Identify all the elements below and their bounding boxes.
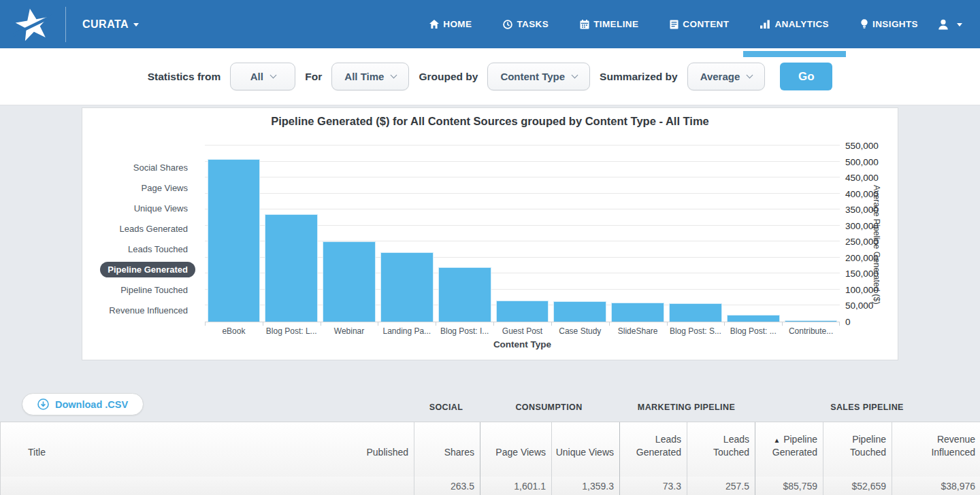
download-csv-button[interactable]: Download .CSV xyxy=(22,393,144,415)
analytics-screen: CURATA HOMETASKSTIMELINECONTENTANALYTICS… xyxy=(0,0,980,495)
time-range-dropdown-value: All Time xyxy=(344,71,384,82)
column-header-leads_touched[interactable]: Leads Touched xyxy=(687,422,755,477)
metric-item-label: Revenue Influenced xyxy=(101,303,195,318)
x-axis-title: Content Type xyxy=(205,339,840,349)
x-axis-labels: eBookBlog Post: L...WebinarLanding Pa...… xyxy=(205,326,840,337)
column-header-pipeline_touched[interactable]: Pipeline Touched xyxy=(823,422,892,477)
x-axis-tick xyxy=(205,322,206,326)
nav-item-label: TIMELINE xyxy=(593,19,638,29)
metric-item-pipeline-touched[interactable]: Pipeline Touched xyxy=(82,279,195,300)
x-axis-label: Case Study xyxy=(551,326,609,336)
bar-webinar[interactable] xyxy=(323,241,376,322)
column-header-published[interactable]: Published xyxy=(300,422,414,477)
source-dropdown-value: All xyxy=(250,71,263,82)
group-by-dropdown-value: Content Type xyxy=(500,71,565,82)
chart-title: Pipeline Generated ($) for All Content S… xyxy=(82,115,898,128)
nav-item-label: TASKS xyxy=(517,19,549,29)
tasks-icon xyxy=(503,20,512,29)
y-axis-tick-label: 500,000 xyxy=(845,157,879,167)
nav-item-label: INSIGHTS xyxy=(872,19,918,29)
column-header-label: Leads Generated xyxy=(620,433,681,459)
metric-item-unique-views[interactable]: Unique Views xyxy=(82,198,195,218)
bar-blog-post-l[interactable] xyxy=(265,214,318,322)
x-axis-label: SlideShare xyxy=(609,326,667,336)
star-logo-icon xyxy=(13,6,52,43)
grouped-by-label: Grouped by xyxy=(419,71,478,83)
chevron-down-icon xyxy=(133,23,139,27)
x-axis-tick xyxy=(378,322,378,326)
nav-item-content[interactable]: CONTENT xyxy=(670,19,729,29)
column-header-label: ▲ Pipeline Generated xyxy=(755,433,817,459)
bar-contribute[interactable] xyxy=(785,320,838,322)
metric-item-page-views[interactable]: Page Views xyxy=(82,177,195,198)
metric-item-label: Unique Views xyxy=(127,201,195,216)
user-menu[interactable] xyxy=(937,19,962,30)
metric-item-revenue-influenced[interactable]: Revenue Influenced xyxy=(82,300,195,320)
gridline xyxy=(205,209,840,209)
column-header-label: Title xyxy=(28,446,300,459)
x-axis-tick xyxy=(493,322,494,326)
column-header-pipeline_generated[interactable]: ▲ Pipeline Generated xyxy=(755,422,823,477)
y-axis-title: Average Pipeline Generated ($) xyxy=(872,173,881,316)
summary-cell-pipeline_generated: $85,759 xyxy=(755,477,823,495)
bar-blog-post-i[interactable] xyxy=(438,267,491,322)
x-axis-tick xyxy=(321,322,321,326)
top-navbar: CURATA HOMETASKSTIMELINECONTENTANALYTICS… xyxy=(0,0,980,48)
metric-item-leads-generated[interactable]: Leads Generated xyxy=(82,218,195,239)
curata-logo[interactable] xyxy=(0,0,65,48)
bar-guest-post[interactable] xyxy=(496,301,549,322)
chart-panel: Pipeline Generated ($) for All Content S… xyxy=(82,107,898,360)
column-header-label: Published xyxy=(300,446,408,459)
summary-cell-page_views: 1,601.1 xyxy=(480,477,551,495)
content-icon xyxy=(670,20,679,29)
x-axis-tick xyxy=(782,322,783,326)
go-button[interactable]: Go xyxy=(780,63,832,90)
column-header-label: Page Views xyxy=(480,446,546,459)
metric-item-pipeline-generated[interactable]: Pipeline Generated xyxy=(82,259,195,279)
source-dropdown[interactable]: All xyxy=(230,63,295,90)
nav-item-home[interactable]: HOME xyxy=(429,19,472,29)
metric-item-label: Page Views xyxy=(134,180,195,196)
download-csv-label: Download .CSV xyxy=(55,399,128,410)
group-by-dropdown[interactable]: Content Type xyxy=(487,63,590,90)
nav-item-timeline[interactable]: TIMELINE xyxy=(580,19,638,29)
metric-item-leads-touched[interactable]: Leads Touched xyxy=(82,239,195,259)
for-label: For xyxy=(305,71,322,83)
summary-cell-published xyxy=(300,477,414,495)
column-header-page_views[interactable]: Page Views xyxy=(480,422,551,477)
x-axis-label: Contribute... xyxy=(782,326,840,336)
time-range-dropdown[interactable]: All Time xyxy=(331,63,409,90)
metric-item-social-shares[interactable]: Social Shares xyxy=(82,157,195,177)
chevron-down-icon xyxy=(572,71,578,78)
summary-cell-pipeline_touched: $52,659 xyxy=(823,477,892,495)
column-header-shares[interactable]: Shares xyxy=(414,422,480,477)
bar-blog-post[interactable] xyxy=(727,315,780,322)
column-header-unique_views[interactable]: Unique Views xyxy=(551,422,619,477)
bar-blog-post-s[interactable] xyxy=(669,303,722,322)
bar-landing-pa[interactable] xyxy=(380,252,434,322)
column-header-title[interactable]: Title xyxy=(1,422,300,477)
gridline xyxy=(205,193,840,194)
y-axis-tick-label: 550,000 xyxy=(845,141,879,151)
column-header-leads_generated[interactable]: Leads Generated xyxy=(619,422,687,477)
x-axis-tick xyxy=(263,322,263,326)
timeline-icon xyxy=(580,20,589,29)
summary-cell-leads_touched: 257.5 xyxy=(687,477,755,495)
bar-case-study[interactable] xyxy=(553,301,606,322)
y-axis-tick-label: 0 xyxy=(845,317,851,327)
account-menu[interactable]: CURATA xyxy=(82,18,139,31)
download-icon xyxy=(37,398,49,410)
user-icon xyxy=(937,19,949,30)
bar-ebook[interactable] xyxy=(208,159,261,322)
bar-slideshare[interactable] xyxy=(611,303,664,322)
metric-item-label: Leads Generated xyxy=(112,221,195,237)
summary-dropdown[interactable]: Average xyxy=(687,63,766,90)
main-nav: HOMETASKSTIMELINECONTENTANALYTICSINSIGHT… xyxy=(429,19,918,29)
nav-item-analytics[interactable]: ANALYTICS xyxy=(760,19,829,29)
summary-cell-shares: 263.5 xyxy=(414,477,480,495)
column-group-social: SOCIAL xyxy=(413,403,479,417)
column-header-revenue_influenced[interactable]: Revenue Influenced xyxy=(892,422,980,477)
nav-item-insights[interactable]: INSIGHTS xyxy=(860,19,918,29)
x-axis-label: Blog Post: ... xyxy=(724,326,782,336)
nav-item-tasks[interactable]: TASKS xyxy=(503,19,549,29)
